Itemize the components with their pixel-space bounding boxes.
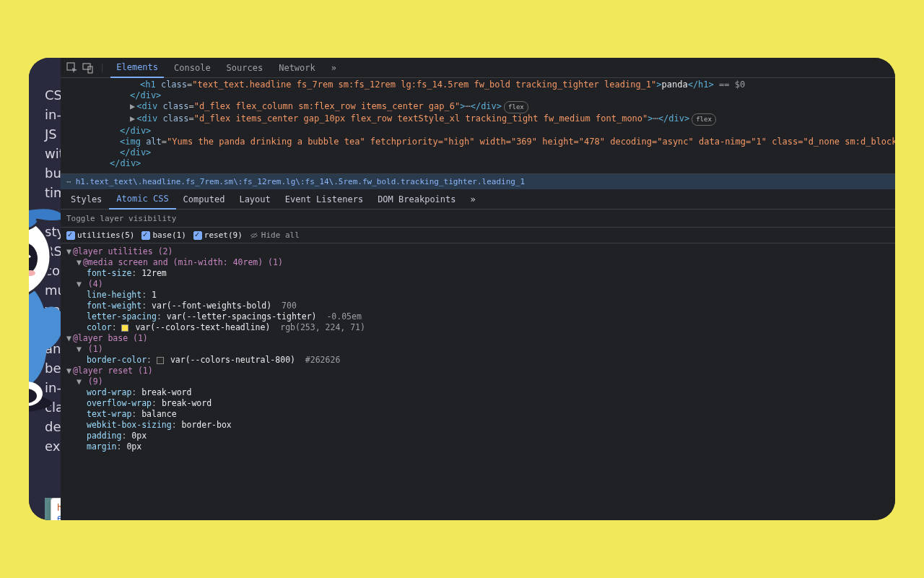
css-rules-list[interactable]: ▼@layer utilities (2)▼@media screen and … bbox=[61, 243, 895, 520]
tab-more-icon[interactable]: » bbox=[326, 58, 342, 78]
dom-tree[interactable]: <h1 class="text_text.headline fs_7rem sm… bbox=[61, 78, 895, 173]
filter-utilities[interactable]: utilities(5) bbox=[66, 230, 134, 240]
subtab-more-icon[interactable]: » bbox=[463, 189, 483, 210]
browser-frame: CSS-in-JS with build time generated styl… bbox=[29, 58, 895, 520]
styles-tabs: Styles Atomic CSS Computed Layout Event … bbox=[61, 189, 895, 210]
dom-breadcrumb[interactable]: ⋯ h1.text_text\.headline.fs_7rem.sm\:fs_… bbox=[61, 173, 895, 189]
subtab-layout[interactable]: Layout bbox=[232, 189, 277, 210]
layer-filters: utilities(5) base(1) reset(9) Hide all bbox=[61, 228, 895, 243]
filter-base[interactable]: base(1) bbox=[141, 230, 186, 240]
panda-mascot-image bbox=[29, 188, 61, 426]
subtab-atomic-css[interactable]: Atomic CSS bbox=[109, 189, 175, 210]
layer-visibility-bar: Toggle layer visibility bbox=[61, 210, 895, 228]
filter-reset[interactable]: reset(9) bbox=[193, 230, 243, 240]
subtab-event-listeners[interactable]: Event Listeners bbox=[278, 189, 370, 210]
inspect-icon[interactable] bbox=[66, 62, 78, 74]
page-viewport: CSS-in-JS with build time generated styl… bbox=[29, 58, 61, 520]
eye-off-icon bbox=[250, 231, 258, 240]
element-inspector-tooltip: h1.text_text.headline.fs_7rem.sm:fs_12re… bbox=[51, 498, 61, 520]
tab-sources[interactable]: Sources bbox=[221, 58, 269, 78]
devtools-panel: | Elements Console Sources Network » ✕1 … bbox=[61, 58, 895, 520]
hide-all-button[interactable]: Hide all bbox=[250, 230, 300, 240]
subtab-dom-breakpoints[interactable]: DOM Breakpoints bbox=[370, 189, 463, 210]
tab-console[interactable]: Console bbox=[168, 58, 217, 78]
tab-elements[interactable]: Elements bbox=[110, 58, 164, 78]
layer-label: Toggle layer visibility bbox=[66, 214, 176, 223]
devtools-toolbar: | Elements Console Sources Network » ✕1 … bbox=[61, 58, 895, 78]
tooltip-selector: h1.text_text.headline.fs_7rem.sm:fs_12re… bbox=[57, 503, 61, 520]
device-toggle-icon[interactable] bbox=[82, 62, 94, 74]
tab-network[interactable]: Network bbox=[273, 58, 321, 78]
subtab-styles[interactable]: Styles bbox=[64, 189, 109, 210]
subtab-computed[interactable]: Computed bbox=[176, 189, 232, 210]
